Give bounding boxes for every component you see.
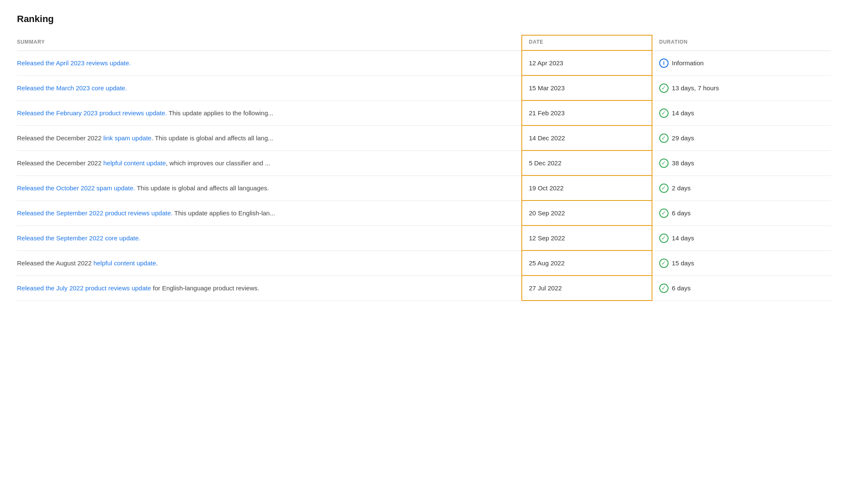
summary-cell: Released the October 2022 spam update. T…	[17, 175, 522, 200]
summary-link[interactable]: Released the March 2023 core update.	[17, 84, 127, 92]
duration-cell: ✓6 days	[652, 200, 831, 226]
date-cell: 12 Apr 2023	[522, 50, 652, 75]
duration-label: 13 days, 7 hours	[672, 84, 719, 92]
summary-cell: Released the July 2022 product reviews u…	[17, 276, 522, 301]
date-cell: 14 Dec 2022	[522, 125, 652, 150]
duration-cell: ✓15 days	[652, 251, 831, 276]
duration-label: 6 days	[672, 209, 691, 217]
table-row: Released the September 2022 core update.…	[17, 226, 831, 251]
column-header-summary: SUMMARY	[17, 35, 522, 50]
check-icon: ✓	[659, 234, 669, 243]
duration-cell: ✓6 days	[652, 276, 831, 301]
summary-link[interactable]: helpful content update	[93, 259, 156, 267]
duration-cell: ✓14 days	[652, 226, 831, 251]
duration-label: 14 days	[672, 234, 694, 242]
summary-text: Released	[17, 259, 44, 267]
date-cell: 21 Feb 2023	[522, 100, 652, 125]
check-icon: ✓	[659, 259, 669, 268]
summary-cell: Released the April 2023 reviews update.	[17, 50, 522, 75]
table-row: Released the February 2023 product revie…	[17, 100, 831, 125]
table-row: Released the August 2022 helpful content…	[17, 251, 831, 276]
check-icon: ✓	[659, 184, 669, 193]
ranking-table: SUMMARY DATE DURATION Released the April…	[17, 35, 831, 301]
duration-cell: iInformation	[652, 50, 831, 75]
summary-link[interactable]: Released the October 2022 spam update.	[17, 184, 135, 192]
table-row: Released the September 2022 product revi…	[17, 200, 831, 226]
summary-text: This update applies to the following...	[167, 109, 274, 117]
duration-cell: ✓14 days	[652, 100, 831, 125]
duration-cell: ✓2 days	[652, 175, 831, 200]
check-icon: ✓	[659, 109, 669, 118]
check-icon: ✓	[659, 159, 669, 168]
summary-text: the December 2022	[44, 134, 103, 142]
summary-cell: Released the August 2022 helpful content…	[17, 251, 522, 276]
summary-text: , which improves our classifier and ...	[166, 159, 270, 167]
duration-label: 6 days	[672, 284, 691, 292]
date-cell: 12 Sep 2022	[522, 226, 652, 251]
table-row: Released the December 2022 link spam upd…	[17, 125, 831, 150]
column-header-date: DATE	[522, 35, 652, 50]
duration-label: 14 days	[672, 109, 694, 117]
duration-label: 29 days	[672, 134, 694, 142]
summary-text: for English-language product reviews.	[151, 284, 259, 292]
duration-cell: ✓13 days, 7 hours	[652, 75, 831, 100]
summary-cell: Released the December 2022 link spam upd…	[17, 125, 522, 150]
summary-text: This update is global and affects all la…	[135, 184, 269, 192]
summary-link[interactable]: Released the July 2022 product reviews u…	[17, 284, 151, 292]
duration-cell: ✓38 days	[652, 150, 831, 175]
table-row: Released the December 2022 helpful conte…	[17, 150, 831, 175]
date-cell: 20 Sep 2022	[522, 200, 652, 226]
table-row: Released the March 2023 core update.15 M…	[17, 75, 831, 100]
summary-link[interactable]: Released the February 2023 product revie…	[17, 109, 167, 117]
check-icon: ✓	[659, 134, 669, 143]
page-title: Ranking	[17, 14, 831, 25]
table-row: Released the October 2022 spam update. T…	[17, 175, 831, 200]
date-cell: 5 Dec 2022	[522, 150, 652, 175]
summary-cell: Released the September 2022 product revi…	[17, 200, 522, 226]
summary-link[interactable]: Released the April 2023 reviews update.	[17, 59, 131, 67]
summary-text: Released the December 2022	[17, 159, 103, 167]
column-header-duration: DURATION	[652, 35, 831, 50]
duration-label: Information	[672, 59, 704, 67]
date-cell: 27 Jul 2022	[522, 276, 652, 301]
date-cell: 19 Oct 2022	[522, 175, 652, 200]
check-icon: ✓	[659, 284, 669, 293]
summary-text: . This update is global and affects all …	[151, 134, 273, 142]
duration-label: 38 days	[672, 159, 694, 167]
summary-cell: Released the September 2022 core update.	[17, 226, 522, 251]
summary-link[interactable]: helpful content update	[103, 159, 166, 167]
summary-link[interactable]: Released the September 2022 product revi…	[17, 209, 173, 217]
summary-cell: Released the March 2023 core update.	[17, 75, 522, 100]
summary-cell: Released the February 2023 product revie…	[17, 100, 522, 125]
summary-text: the August 2022	[44, 259, 93, 267]
summary-link[interactable]: Released the September 2022 core update.	[17, 234, 140, 242]
duration-label: 15 days	[672, 259, 694, 267]
check-icon: ✓	[659, 209, 669, 218]
duration-cell: ✓29 days	[652, 125, 831, 150]
summary-link[interactable]: link spam update	[103, 134, 151, 142]
table-row: Released the April 2023 reviews update.1…	[17, 50, 831, 75]
date-cell: 15 Mar 2023	[522, 75, 652, 100]
summary-text: This update applies to English-lan...	[173, 209, 275, 217]
info-icon: i	[659, 58, 669, 68]
check-icon: ✓	[659, 84, 669, 93]
summary-text: .	[156, 259, 158, 267]
summary-text: Released	[17, 134, 44, 142]
table-row: Released the July 2022 product reviews u…	[17, 276, 831, 301]
date-cell: 25 Aug 2022	[522, 251, 652, 276]
summary-cell: Released the December 2022 helpful conte…	[17, 150, 522, 175]
duration-label: 2 days	[672, 184, 691, 192]
